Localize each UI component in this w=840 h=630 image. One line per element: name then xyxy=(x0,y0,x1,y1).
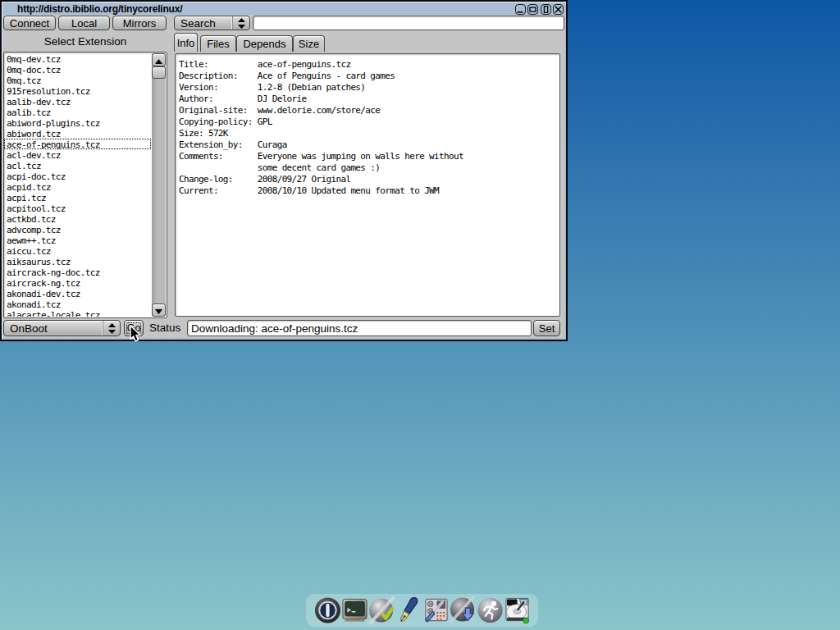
list-item[interactable]: aircrack-ng-doc.tcz xyxy=(4,267,151,277)
list-item[interactable]: acl-dev.tcz xyxy=(4,149,151,160)
list-item[interactable]: acpi.tcz xyxy=(4,192,151,203)
power-icon[interactable] xyxy=(314,596,341,625)
up-down-arrows-icon xyxy=(103,321,120,336)
minimize-icon xyxy=(517,6,524,13)
extension-list-items: 0mq-dev.tcz0mq-doc.tcz0mq.tcz915resoluti… xyxy=(4,53,151,317)
list-item[interactable]: advcomp.tcz xyxy=(4,224,151,235)
run-icon[interactable] xyxy=(477,596,504,625)
status-field[interactable]: Downloading: ace-of-penguins.tcz xyxy=(187,320,532,336)
scroll-up-button[interactable] xyxy=(152,53,166,66)
list-item[interactable]: akonadi.tcz xyxy=(4,299,151,309)
mount-disk-icon[interactable] xyxy=(504,596,531,625)
onboot-dropdown[interactable]: OnBoot xyxy=(3,320,121,336)
client-area: Connect Local Mirrors Search Select Exte… xyxy=(3,15,564,338)
list-item[interactable]: acpi-doc.tcz xyxy=(4,171,151,181)
list-item[interactable]: aiccu.tcz xyxy=(4,245,151,256)
up-down-arrows-icon xyxy=(232,16,249,30)
status-label: Status xyxy=(149,320,180,336)
extension-list-scrollbar[interactable] xyxy=(152,53,166,317)
extension-list[interactable]: 0mq-dev.tcz0mq-doc.tcz0mq.tcz915resoluti… xyxy=(3,52,167,318)
search-input[interactable] xyxy=(253,16,564,30)
list-item[interactable]: 0mq-doc.tcz xyxy=(4,64,151,75)
onboot-dropdown-value: OnBoot xyxy=(4,322,103,335)
mixer-tools-icon[interactable] xyxy=(422,596,450,625)
close-icon xyxy=(555,6,562,13)
local-button[interactable]: Local xyxy=(58,16,110,30)
list-item[interactable]: akonadi-dev.tcz xyxy=(4,288,151,299)
list-item[interactable]: alacarte-locale.tcz xyxy=(4,309,151,317)
terminal-icon[interactable] xyxy=(341,596,368,625)
list-item[interactable]: acl.tcz xyxy=(4,160,151,171)
window-controls xyxy=(515,4,564,15)
connect-button[interactable]: Connect xyxy=(3,16,56,30)
search-dropdown[interactable]: Search xyxy=(174,16,250,30)
maximize-vertical-button[interactable] xyxy=(541,4,551,15)
app-browser-window: http://distro.ibiblio.org/tinycorelinux/… xyxy=(0,0,568,341)
maximize-icon xyxy=(529,6,536,13)
maximize-vertical-icon xyxy=(542,6,550,13)
go-button[interactable]: Go xyxy=(124,320,144,336)
arrow-up-icon xyxy=(155,52,162,67)
list-item[interactable]: aalib.tcz xyxy=(4,107,151,117)
list-item[interactable]: actkbd.tcz xyxy=(4,213,151,224)
go-button-focus xyxy=(126,322,141,334)
list-item[interactable]: 915resolution.tcz xyxy=(4,85,151,96)
tab-size[interactable]: Size xyxy=(293,35,325,52)
list-item[interactable]: aiksaurus.tcz xyxy=(4,256,151,267)
dock-icons xyxy=(306,594,538,627)
list-item[interactable]: aircrack-ng.tcz xyxy=(4,277,151,288)
list-item[interactable]: abiword.tcz xyxy=(4,128,151,139)
select-extension-heading: Select Extension xyxy=(3,35,167,48)
control-panel-check-icon[interactable] xyxy=(368,596,395,625)
list-item[interactable]: 0mq-dev.tcz xyxy=(4,53,151,64)
list-item[interactable]: aewm++.tcz xyxy=(4,235,151,245)
dock xyxy=(306,594,538,627)
list-item[interactable]: acpitool.tcz xyxy=(4,203,151,213)
minimize-button[interactable] xyxy=(515,4,526,15)
close-button[interactable] xyxy=(553,4,564,15)
list-item-selected[interactable]: ace-of-penguins.tcz xyxy=(4,139,151,149)
search-dropdown-value: Search xyxy=(175,17,232,30)
list-item[interactable]: aalib-dev.tcz xyxy=(4,96,151,107)
arrow-down-icon xyxy=(155,303,162,317)
info-text: Title: ace-of-penguins.tcz Description: … xyxy=(177,56,558,314)
apps-download-icon[interactable] xyxy=(450,596,477,625)
list-item[interactable]: abiword-plugins.tcz xyxy=(4,117,151,128)
info-panel: Title: ace-of-penguins.tcz Description: … xyxy=(175,53,560,317)
mirrors-button[interactable]: Mirrors xyxy=(112,16,167,30)
maximize-button[interactable] xyxy=(527,4,538,15)
list-item[interactable]: acpid.tcz xyxy=(4,181,151,192)
set-button[interactable]: Set xyxy=(533,320,560,336)
tab-info[interactable]: Info xyxy=(174,33,198,52)
scrollbar-thumb[interactable] xyxy=(152,66,166,79)
tab-files[interactable]: Files xyxy=(200,35,236,52)
editor-pen-icon[interactable] xyxy=(395,596,422,625)
tab-depends[interactable]: Depends xyxy=(236,35,293,52)
list-item[interactable]: 0mq.tcz xyxy=(4,75,151,85)
scroll-down-button[interactable] xyxy=(152,304,166,317)
